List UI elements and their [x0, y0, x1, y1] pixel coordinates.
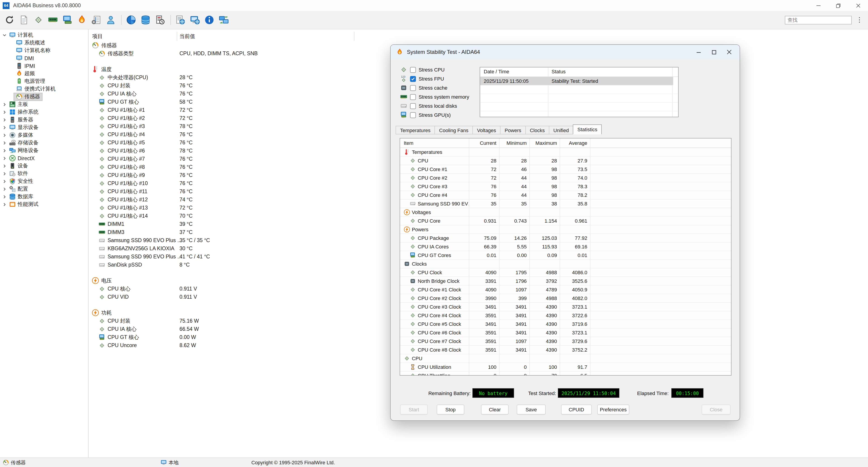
stats-row-cpu-throttling[interactable]: CPU Throttling00796.5 — [400, 372, 731, 376]
sidebar-item-20[interactable]: 配置 — [0, 185, 88, 193]
stats-row-cpu[interactable]: CPU28282827.9 — [400, 156, 731, 165]
stats-row-cpu-core-2-clock[interactable]: CPU Core #2 Clock399039949884082.0 — [400, 294, 731, 303]
toolbar-pie-button[interactable] — [124, 13, 138, 27]
sidebar-item-inner[interactable]: 性能测试 — [7, 201, 40, 208]
toolbar-flame-button[interactable] — [75, 13, 89, 27]
stats-row-cpu-core-3[interactable]: CPU Core #376449878.3 — [400, 182, 731, 191]
minimize-button[interactable] — [808, 0, 828, 11]
sidebar-item-7[interactable]: 便携式计算机 — [0, 85, 88, 93]
chevron-closed-icon[interactable] — [1, 194, 7, 200]
stats-row-voltages[interactable]: Voltages — [400, 208, 731, 217]
sidebar-item-21[interactable]: 数据库 — [0, 193, 88, 201]
stress-option-stress-system-memory[interactable]: Stress system memory — [400, 92, 480, 101]
sidebar-item-inner[interactable]: 服务器 — [7, 116, 35, 123]
sidebar-item-inner[interactable]: 软件 — [7, 170, 30, 177]
sidebar-item-inner[interactable]: DirectX — [7, 154, 36, 162]
sidebar-item-inner[interactable]: 便携式计算机 — [14, 85, 57, 92]
sidebar-item-inner[interactable]: 电源管理 — [14, 78, 47, 85]
chevron-closed-icon[interactable] — [1, 101, 7, 107]
stress-checkbox[interactable] — [410, 94, 416, 100]
tab-powers[interactable]: Powers — [500, 126, 526, 135]
stats-row-cpu-gt-cores[interactable]: CPU GT Cores0.010.000.090.01 — [400, 251, 731, 260]
sidebar-item-12[interactable]: 显示设备 — [0, 123, 88, 131]
sidebar-item-inner[interactable]: 主板 — [7, 101, 30, 108]
toolbar-cpu-button[interactable] — [32, 13, 45, 27]
stats-row-cpu-clock[interactable]: CPU Clock4090179549884086.0 — [400, 268, 731, 277]
stress-option-stress-cache[interactable]: Stress cache — [400, 83, 480, 92]
sidebar-item-10[interactable]: 操作系统 — [0, 108, 88, 116]
sidebar-item-inner[interactable]: 数据库 — [7, 193, 35, 200]
toolbar-info-button[interactable] — [203, 13, 216, 27]
sidebar-item-inner[interactable]: 安全性 — [7, 178, 35, 185]
preferences-button[interactable]: Preferences — [597, 405, 629, 414]
stress-option-stress-gpu-s[interactable]: Stress GPU(s) — [400, 110, 480, 119]
chevron-closed-icon[interactable] — [1, 163, 7, 169]
sidebar-item-8[interactable]: 传感器 — [0, 93, 88, 100]
sidebar-item-11[interactable]: 服务器 — [0, 116, 88, 123]
sidebar-item-15[interactable]: 网络设备 — [0, 147, 88, 154]
stats-row-cpu-core-5-clock[interactable]: CPU Core #5 Clock3491349143903719.6 — [400, 320, 731, 328]
sidebar-item-inner[interactable]: 网络设备 — [7, 147, 40, 154]
chevron-closed-icon[interactable] — [1, 148, 7, 153]
sidebar-item-inner[interactable]: 设备 — [7, 162, 30, 170]
sidebar-item-22[interactable]: 性能测试 — [0, 201, 88, 208]
chevron-open-icon[interactable] — [1, 32, 7, 38]
sidebar-item-inner[interactable]: 操作系统 — [7, 108, 40, 116]
close-button[interactable] — [848, 0, 868, 11]
toolbar-ram-button[interactable] — [46, 13, 60, 27]
sidebar-item-1[interactable]: 系统概述 — [0, 39, 88, 47]
tab-statistics[interactable]: Statistics — [573, 124, 602, 135]
chevron-closed-icon[interactable] — [1, 140, 7, 146]
stress-checkbox[interactable] — [410, 112, 416, 118]
stats-row-cpu-core-3-clock[interactable]: CPU Core #3 Clock3491349143903723.1 — [400, 303, 731, 311]
sidebar-item-inner[interactable]: 显示设备 — [7, 124, 40, 131]
more-options-button[interactable] — [855, 15, 864, 25]
stress-option-stress-local-disks[interactable]: Stress local disks — [400, 101, 480, 110]
stop-button[interactable]: Stop — [437, 405, 464, 414]
sidebar-item-inner[interactable]: 配置 — [7, 185, 30, 193]
toolbar-webreport-button[interactable] — [174, 13, 187, 27]
sidebar-item-4[interactable]: IPMI — [0, 62, 88, 70]
stats-row-powers[interactable]: Powers — [400, 225, 731, 234]
chevron-closed-icon[interactable] — [1, 124, 7, 130]
sidebar-item-17[interactable]: 设备 — [0, 162, 88, 170]
stress-option-stress-cpu[interactable]: Stress CPU — [400, 65, 480, 74]
chevron-closed-icon[interactable] — [1, 109, 7, 115]
tab-temperatures[interactable]: Temperatures — [396, 126, 435, 135]
sidebar-item-2[interactable]: 计算机名称 — [0, 47, 88, 54]
tab-unified[interactable]: Unified — [549, 126, 574, 135]
stats-row-cpu-utilization[interactable]: CPU Utilization100010091.7 — [400, 363, 731, 372]
stress-checkbox[interactable] — [410, 85, 416, 91]
chevron-closed-icon[interactable] — [1, 178, 7, 184]
sidebar-item-18[interactable]: 软件 — [0, 170, 88, 177]
toolbar-remote-button[interactable] — [188, 13, 202, 27]
toolbar-database-button[interactable] — [139, 13, 152, 27]
stats-row-cpu-core-7-clock[interactable]: CPU Core #7 Clock3591109743903729.6 — [400, 337, 731, 346]
stats-row-cpu-core-2[interactable]: CPU Core #272449874.0 — [400, 174, 731, 182]
sidebar-item-inner[interactable]: 多媒体 — [7, 132, 35, 139]
stress-checkbox[interactable] — [410, 67, 416, 72]
chevron-closed-icon[interactable] — [1, 155, 7, 161]
dialog-minimize-button[interactable] — [691, 46, 706, 58]
search-input[interactable] — [785, 16, 852, 24]
save-button[interactable]: Save — [517, 405, 546, 414]
chevron-closed-icon[interactable] — [1, 117, 7, 123]
chevron-closed-icon[interactable] — [1, 186, 7, 192]
stress-checkbox[interactable] — [410, 76, 416, 82]
sidebar-item-14[interactable]: 存储设备 — [0, 139, 88, 147]
tab-cooling-fans[interactable]: Cooling Fans — [435, 126, 473, 135]
sidebar-item-inner[interactable]: 计算机 — [7, 31, 35, 39]
sidebar-item-inner[interactable]: DMI — [14, 55, 36, 62]
stats-row-cpu-core-4[interactable]: CPU Core #476449878.2 — [400, 191, 731, 200]
sidebar-item-6[interactable]: 电源管理 — [0, 77, 88, 85]
chevron-closed-icon[interactable] — [1, 132, 7, 138]
toolbar-settings-button[interactable] — [90, 13, 103, 27]
toolbar-audit-button[interactable] — [153, 13, 167, 27]
stats-row-cpu-ia-cores[interactable]: CPU IA Cores66.395.55115.9369.16 — [400, 242, 731, 251]
cpuid-button[interactable]: CPUID — [561, 405, 592, 414]
sidebar-item-5[interactable]: 超频 — [0, 70, 88, 77]
stats-row-north-bridge-clock[interactable]: North Bridge Clock3391179637923525.6 — [400, 277, 731, 286]
stats-row-cpu-core[interactable]: CPU Core0.9310.7431.1540.961 — [400, 217, 731, 225]
stats-row-cpu-core-1[interactable]: CPU Core #172469873.5 — [400, 165, 731, 174]
stress-checkbox[interactable] — [410, 103, 416, 109]
